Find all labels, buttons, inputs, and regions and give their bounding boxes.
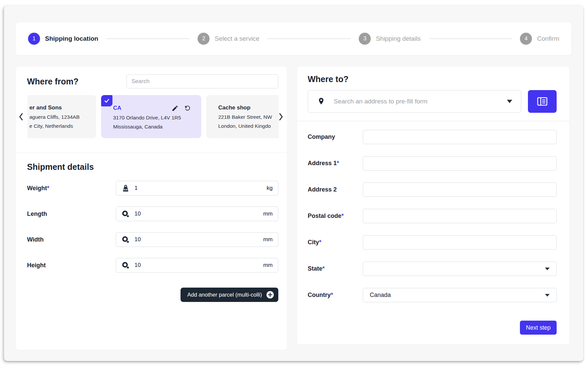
height-value[interactable] (134, 262, 261, 269)
required-asterisk: * (341, 213, 344, 219)
check-icon (104, 98, 110, 104)
weight-unit: kg (267, 185, 273, 192)
state-label: State* (308, 265, 363, 272)
address-book-icon (537, 96, 548, 106)
section-divider (297, 121, 569, 121)
location-pin-icon (317, 97, 326, 106)
restore-icon[interactable] (184, 104, 191, 112)
state-field-row: State* (308, 262, 557, 276)
height-field-row: Height mm (27, 258, 278, 273)
where-to-title: Where to? (308, 74, 557, 84)
chevron-down-icon (545, 294, 550, 297)
tape-measure-icon (121, 236, 130, 244)
app-frame: 1 Shipping location 2 Select a service 3… (4, 5, 583, 361)
carousel-prev-button[interactable] (18, 112, 24, 121)
address1-label: Address 1* (308, 160, 363, 167)
length-input[interactable]: mm (116, 207, 278, 221)
step-3-label: Shipping details (376, 35, 420, 42)
tape-measure-icon (121, 210, 130, 218)
weight-value[interactable] (134, 185, 264, 192)
address-search-input[interactable] (126, 74, 278, 88)
where-from-title: Where from? (27, 77, 78, 86)
step-2-badge: 2 (198, 33, 210, 45)
height-label: Height (27, 262, 116, 269)
weight-label: Weight* (27, 185, 116, 192)
address-card[interactable]: er and Sons aguera Cliffs, 1234AB e City… (27, 95, 96, 138)
address-card-title: er and Sons (29, 104, 88, 111)
length-unit: mm (263, 211, 273, 217)
step-select-service[interactable]: 2 Select a service (198, 33, 259, 45)
address-card-title: CA (113, 105, 121, 111)
shipping-wizard-page: 1 Shipping location 2 Select a service 3… (0, 0, 588, 366)
stepper-connector (429, 38, 512, 39)
required-asterisk: * (47, 185, 49, 192)
weight-kg-icon: KG (121, 184, 130, 193)
address1-field-row: Address 1* (308, 156, 557, 170)
address2-input[interactable] (363, 182, 557, 197)
wizard-stepper: 1 Shipping location 2 Select a service 3… (16, 22, 571, 55)
city-label: City* (308, 239, 363, 246)
address-card-line1: 3170 Orlando Drive, L4V 1R5 (113, 115, 193, 121)
where-from-panel: Where from? er and Sons (16, 67, 287, 350)
step-4-badge: 4 (520, 33, 532, 45)
company-input[interactable] (363, 130, 557, 144)
company-label: Company (308, 133, 363, 140)
width-label: Width (27, 236, 116, 243)
section-divider (16, 152, 287, 153)
address-card-selected[interactable]: CA (101, 95, 201, 138)
address2-label: Address 2 (308, 186, 363, 193)
address-book-button[interactable] (528, 90, 557, 113)
address-card-title: Cache shop (218, 104, 279, 111)
chevron-down-icon (545, 268, 550, 270)
add-parcel-button[interactable]: Add another parcel (multi-colli) (181, 288, 278, 302)
stepper-connector (106, 38, 190, 39)
city-input[interactable] (363, 235, 557, 250)
length-value[interactable] (134, 210, 261, 218)
width-value[interactable] (134, 236, 261, 243)
step-shipping-details[interactable]: 3 Shipping details (359, 33, 420, 45)
step-confirm[interactable]: 4 Confirm (520, 33, 559, 45)
length-field-row: Length mm (27, 207, 278, 221)
address-prefill-search[interactable] (308, 90, 521, 113)
country-label: Country* (308, 292, 363, 299)
next-step-button[interactable]: Next step (520, 321, 557, 335)
height-input[interactable]: mm (116, 258, 278, 273)
length-label: Length (27, 211, 116, 218)
chevron-right-icon (278, 113, 283, 120)
width-input[interactable]: mm (116, 232, 278, 247)
address-card[interactable]: Cache shop 221B Baker Street, NW London,… (206, 95, 279, 138)
add-parcel-label: Add another parcel (multi-colli) (187, 292, 262, 298)
address-carousel: er and Sons aguera Cliffs, 1234AB e City… (27, 95, 279, 138)
edit-pencil-icon[interactable] (172, 105, 179, 112)
svg-text:KG: KG (124, 188, 127, 191)
chevron-left-icon (19, 113, 24, 120)
postal-code-label: Postal code* (308, 213, 363, 220)
step-1-label: Shipping location (45, 35, 98, 42)
step-2-label: Select a service (215, 35, 259, 42)
step-4-label: Confirm (537, 35, 559, 42)
address-card-line1: aguera Cliffs, 1234AB (29, 114, 88, 120)
selected-check-badge (101, 95, 112, 106)
width-unit: mm (263, 236, 273, 243)
address-card-line2: London, United Kingdo (218, 123, 279, 129)
state-select[interactable] (363, 262, 557, 276)
address-card-line1: 221B Baker Street, NW (218, 114, 279, 120)
country-value: Canada (370, 292, 545, 299)
address-card-line2: e City, Netherlands (29, 123, 88, 129)
step-shipping-location[interactable]: 1 Shipping location (28, 33, 98, 45)
where-to-panel: Where to? (297, 67, 569, 344)
required-asterisk: * (337, 160, 339, 166)
carousel-next-button[interactable] (278, 112, 284, 121)
company-field-row: Company (308, 130, 557, 144)
required-asterisk: * (322, 265, 325, 272)
country-select[interactable]: Canada (363, 288, 557, 302)
address1-input[interactable] (363, 156, 557, 170)
postal-code-input[interactable] (363, 209, 557, 223)
postal-code-field-row: Postal code* (308, 209, 557, 223)
address-prefill-input[interactable] (333, 97, 507, 105)
weight-input[interactable]: KG kg (116, 181, 278, 196)
weight-field-row: Weight* KG kg (27, 181, 278, 196)
plus-circle-icon (266, 291, 274, 299)
city-field-row: City* (308, 235, 557, 250)
address-card-line2: Mississauga, Canada (113, 124, 193, 130)
